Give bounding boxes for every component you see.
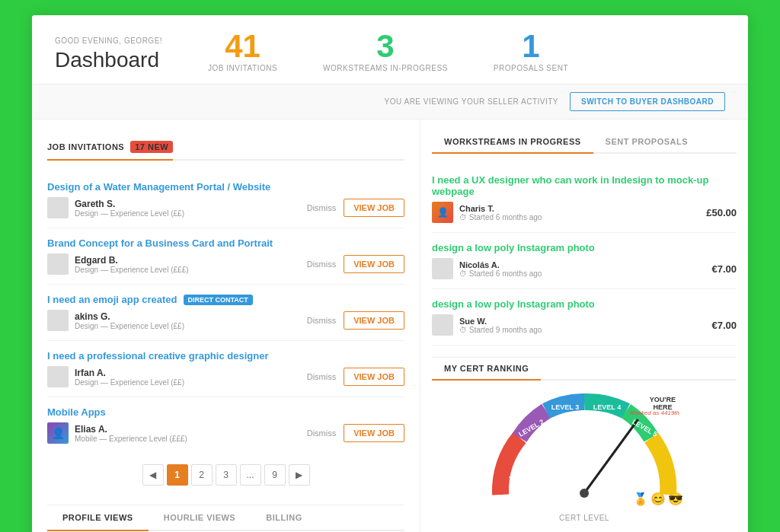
stat-proposals-number: 1 bbox=[494, 30, 568, 62]
job-actions-2: Dismiss VIEW JOB bbox=[307, 311, 404, 330]
poster-category-4: Mobile — Experience Level (£££) bbox=[75, 435, 187, 443]
workstream-item-0: I need a UX designer who can work in Ind… bbox=[432, 165, 737, 233]
workstream-meta-2: Sue W. ⏱ Started 9 months ago €7.00 bbox=[432, 314, 737, 336]
job-meta-0: Gareth S. Design — Experience Level (££)… bbox=[47, 197, 404, 218]
cert-tab-bar: MY CERT RANKING bbox=[432, 358, 737, 381]
new-badge: 17 NEW bbox=[130, 141, 173, 153]
ws-avatar-0: 👤 bbox=[432, 202, 453, 223]
poster-name-1: Edgard B. bbox=[75, 255, 189, 266]
dismiss-button-4[interactable]: Dismiss bbox=[307, 428, 337, 438]
poster-info-0: Gareth S. Design — Experience Level (££) bbox=[75, 199, 184, 218]
avatar-3 bbox=[47, 366, 69, 387]
job-actions-1: Dismiss VIEW JOB bbox=[307, 255, 404, 273]
pagination-page-2[interactable]: 3 bbox=[216, 464, 237, 486]
stat-workstreams-label: WORKSTREAMS IN-PROGRESS bbox=[323, 64, 448, 72]
stat-job-invitations-number: 41 bbox=[208, 30, 277, 62]
dismiss-button-0[interactable]: Dismiss bbox=[307, 203, 337, 212]
tab-billing[interactable]: BILLING bbox=[251, 505, 318, 531]
stat-job-invitations: 41 JOB INVITATIONS bbox=[208, 30, 277, 72]
job-poster-2: akins G. Design — Experience Level (££) bbox=[47, 310, 184, 331]
pagination-page-4[interactable]: 9 bbox=[264, 464, 286, 486]
workstream-poster-1: Nicolás A. ⏱ Started 6 months ago bbox=[432, 258, 542, 279]
workstreams-tab-bar: WORKSTREAMS IN PROGRESS SENT PROPOSALS bbox=[432, 131, 737, 154]
tab-profile-views[interactable]: PROFILE VIEWS bbox=[47, 505, 149, 531]
right-panel: WORKSTREAMS IN PROGRESS SENT PROPOSALS I… bbox=[420, 119, 748, 532]
tab-hourlie-views[interactable]: HOURLIE VIEWS bbox=[149, 505, 251, 531]
gauge-container: YOU'REHERE Ranked as 4419th bbox=[478, 388, 691, 510]
view-job-button-1[interactable]: VIEW JOB bbox=[344, 255, 404, 273]
avatar-1 bbox=[47, 253, 69, 275]
pagination-next[interactable]: ▶ bbox=[289, 464, 310, 486]
poster-name-3: Irfan A. bbox=[75, 368, 184, 378]
job-title-4: Mobile Apps bbox=[47, 406, 404, 418]
workstream-poster-2: Sue W. ⏱ Started 9 months ago bbox=[432, 314, 542, 336]
tab-job-inv-label: JOB INVITATIONS bbox=[47, 142, 124, 151]
poster-category-0: Design — Experience Level (££) bbox=[75, 209, 184, 218]
workstream-item-2: design a low poly Instagram photo Sue W.… bbox=[432, 289, 737, 346]
sub-header: YOU ARE VIEWING YOUR SELLER ACTIVITY SWI… bbox=[32, 84, 748, 119]
ws-price-2: €7.00 bbox=[711, 320, 737, 331]
ws-started-1: ⏱ Started 6 months ago bbox=[459, 269, 542, 278]
svg-text:LEVEL 4: LEVEL 4 bbox=[593, 403, 621, 411]
svg-text:LEVEL 3: LEVEL 3 bbox=[551, 403, 579, 411]
tab-job-invitations[interactable]: JOB INVITATIONS 17 NEW bbox=[47, 135, 173, 161]
pagination-page-3[interactable]: ... bbox=[240, 464, 261, 486]
job-item: Brand Concept for a Business Card and Po… bbox=[47, 228, 404, 285]
tab-sent-proposals[interactable]: SENT PROPOSALS bbox=[593, 131, 700, 154]
stat-workstreams-number: 3 bbox=[323, 30, 448, 62]
greeting: GOOD EVENING, GEORGE! bbox=[55, 37, 162, 45]
job-title-3: I need a professional creative graphic d… bbox=[47, 350, 404, 362]
tab-cert-ranking[interactable]: MY CERT RANKING bbox=[432, 358, 541, 381]
tab-workstreams-in-progress[interactable]: WORKSTREAMS IN PROGRESS bbox=[432, 131, 593, 154]
ws-poster-name-0: Charis T. bbox=[459, 204, 542, 213]
workstream-title-2: design a low poly Instagram photo bbox=[432, 298, 737, 310]
stat-proposals: 1 PROPOSALS SENT bbox=[494, 30, 568, 72]
workstream-item-1: design a low poly Instagram photo Nicolá… bbox=[432, 233, 737, 289]
ranked-label: Ranked as 4419th bbox=[630, 409, 679, 416]
stat-job-invitations-label: JOB INVITATIONS bbox=[208, 64, 277, 72]
poster-category-3: Design — Experience Level (££) bbox=[75, 378, 184, 387]
view-job-button-0[interactable]: VIEW JOB bbox=[344, 199, 404, 217]
switch-to-buyer-button[interactable]: SWITCH TO BUYER DASHBOARD bbox=[570, 92, 725, 111]
main-content: JOB INVITATIONS 17 NEW Design of a Water… bbox=[32, 119, 748, 532]
job-meta-1: Edgard B. Design — Experience Level (£££… bbox=[47, 253, 404, 275]
workstream-list: I need a UX designer who can work in Ind… bbox=[432, 165, 737, 346]
viewing-text: YOU ARE VIEWING YOUR SELLER ACTIVITY bbox=[385, 97, 558, 106]
poster-name-4: Elias A. bbox=[75, 424, 187, 435]
ws-poster-name-1: Nicolás A. bbox=[459, 260, 542, 269]
you-here-label: YOU'REHERE bbox=[650, 396, 676, 411]
svg-line-0 bbox=[584, 420, 638, 493]
job-item: I need a professional creative graphic d… bbox=[47, 341, 404, 397]
job-actions-0: Dismiss VIEW JOB bbox=[307, 199, 404, 217]
ws-avatar-2 bbox=[432, 314, 453, 336]
direct-contact-badge: DIRECT CONTACT bbox=[184, 295, 253, 305]
svg-point-1 bbox=[580, 489, 589, 498]
job-meta-3: Irfan A. Design — Experience Level (££) … bbox=[47, 366, 404, 387]
poster-info-4: Elias A. Mobile — Experience Level (£££) bbox=[75, 424, 187, 443]
dismiss-button-2[interactable]: Dismiss bbox=[307, 316, 337, 325]
stat-proposals-label: PROPOSALS SENT bbox=[494, 64, 568, 72]
emoji-medal: 🏅 bbox=[633, 492, 648, 506]
avatar-2 bbox=[47, 310, 69, 331]
view-job-button-3[interactable]: VIEW JOB bbox=[344, 368, 404, 386]
job-poster-0: Gareth S. Design — Experience Level (££) bbox=[47, 197, 184, 218]
pagination-page-1[interactable]: 2 bbox=[191, 464, 213, 486]
pagination-prev[interactable]: ◀ bbox=[142, 464, 164, 486]
pagination-page-0[interactable]: 1 bbox=[167, 464, 188, 486]
cert-level-text: CERT LEVEL bbox=[432, 514, 737, 522]
emoji-star: 😎 bbox=[668, 492, 683, 506]
workstream-meta-1: Nicolás A. ⏱ Started 6 months ago €7.00 bbox=[432, 258, 737, 279]
view-job-button-2[interactable]: VIEW JOB bbox=[344, 311, 404, 330]
job-title-2: I need an emoji app created DIRECT CONTA… bbox=[47, 294, 404, 305]
workstream-meta-0: 👤 Charis T. ⏱ Started 6 months ago £50.0… bbox=[432, 202, 737, 223]
avatar-0 bbox=[47, 197, 69, 218]
view-job-button-4[interactable]: VIEW JOB bbox=[344, 424, 404, 442]
job-item: I need an emoji app created DIRECT CONTA… bbox=[47, 285, 404, 341]
job-poster-3: Irfan A. Design — Experience Level (££) bbox=[47, 366, 184, 387]
dismiss-button-1[interactable]: Dismiss bbox=[307, 260, 337, 269]
poster-info-3: Irfan A. Design — Experience Level (££) bbox=[75, 368, 184, 387]
dismiss-button-3[interactable]: Dismiss bbox=[307, 372, 337, 381]
cert-section: MY CERT RANKING YOU'REHERE Ranked as 441… bbox=[432, 357, 737, 522]
ws-started-2: ⏱ Started 9 months ago bbox=[459, 326, 542, 334]
job-inv-tab-bar: JOB INVITATIONS 17 NEW bbox=[47, 135, 404, 161]
